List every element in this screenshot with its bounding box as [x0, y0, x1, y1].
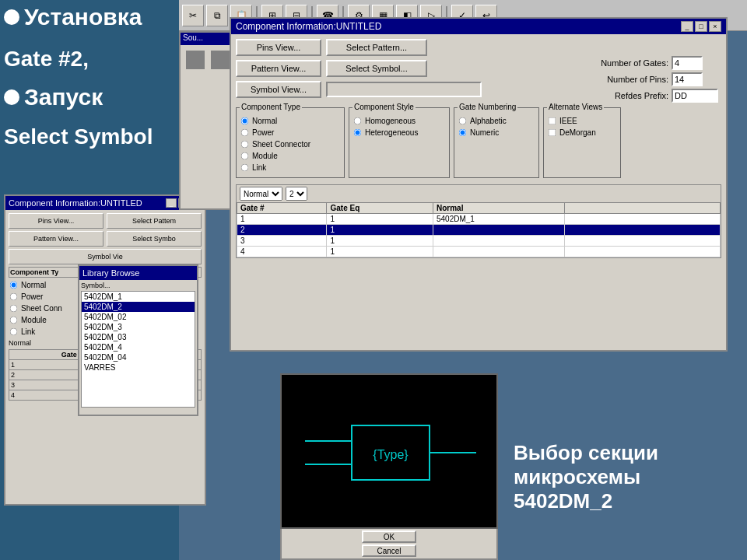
list-item-5402dm02[interactable]: 5402DM_02 — [82, 312, 195, 322]
ct-normal-input[interactable] — [241, 117, 249, 125]
sw-radio-sheet-conn-label: Sheet Conn — [21, 304, 62, 313]
component-style-title: Component Style — [352, 103, 416, 111]
symbol-preview: {Type} — [280, 373, 498, 529]
ct-radio-sheet-connector: Sheet Connector — [240, 139, 341, 149]
field-row-refdes: Refdes Prefix: — [583, 89, 718, 103]
gate-numbering-section: Gate Numbering Alphabetic Numeric — [454, 107, 539, 178]
sw-btn-row-1: Pins View... Select Pattem — [9, 213, 202, 229]
library-browse-titlebar: Library Browse — [79, 266, 197, 280]
av-demorgan: DeMorgan — [547, 128, 617, 138]
gate-table-header: Normal 2 — [237, 185, 721, 202]
annotation-label-zapusk: Запуск — [24, 84, 103, 110]
field-row-pins: Number of Pins: — [583, 72, 718, 86]
table-row: 3 1 — [237, 236, 721, 247]
sw-btn-row-2: Pattern View... Select Symbo — [9, 231, 202, 247]
ct-sheet-connector-input[interactable] — [241, 141, 249, 149]
main-dialog-body: Pins View... Select Pattern... Pattern V… — [231, 34, 726, 263]
pins-label: Number of Pins: — [583, 75, 668, 84]
gate-table-dropdown2[interactable]: 2 — [286, 187, 307, 201]
dialog-minimize-button[interactable]: _ — [681, 21, 693, 32]
component-type-section: Component Type Normal Power Sheet Connec… — [236, 107, 345, 178]
sw-radio-link-input[interactable] — [10, 328, 18, 336]
toolbar-btn-copy[interactable]: ⧉ — [206, 5, 228, 26]
gate-table-header-extra — [565, 203, 721, 214]
pins-input[interactable] — [672, 72, 703, 86]
refdes-input[interactable] — [672, 89, 718, 103]
reference-input[interactable] — [326, 82, 482, 97]
table-row: 4 1 — [237, 247, 721, 257]
ct-link-input[interactable] — [241, 164, 249, 172]
pattern-view-button[interactable]: Pattern View... — [236, 60, 321, 77]
small-window-titlebar: Component Information:UNTITLED _ □ × — [5, 196, 205, 210]
library-browse-window: Library Browse Symbol... 5402DM_1 5402DM… — [78, 264, 198, 416]
annotation-gate: Gate #2, — [4, 47, 89, 72]
sw-pins-view-button[interactable]: Pins View... — [9, 213, 103, 229]
cs-homogeneous-input[interactable] — [354, 117, 362, 125]
sw-select-symbol-button[interactable]: Select Symbo — [107, 231, 202, 247]
component-style-section: Component Style Homogeneous Heterogeneou… — [349, 107, 450, 178]
gate-table: Gate # Gate Eq Normal 1 1 5402DM_1 2 — [237, 202, 721, 257]
dialog-title-buttons: _ □ × — [681, 21, 721, 32]
table-row: 2 1 — [237, 225, 721, 236]
av-demorgan-input[interactable] — [549, 129, 556, 137]
list-item-5402dm4[interactable]: 5402DM_4 — [82, 342, 195, 352]
ct-module-input[interactable] — [241, 152, 249, 160]
ct-radio-module: Module — [240, 151, 341, 161]
ok-cancel-area: OK Cancel — [280, 529, 498, 560]
list-item-varres[interactable]: VARRES — [82, 362, 195, 373]
cs-heterogeneous-input[interactable] — [354, 129, 362, 137]
refdes-label: Refdes Prefix: — [583, 91, 668, 100]
symbol-view-button[interactable]: Symbol View... — [236, 81, 321, 98]
annotation-title1: Установка — [4, 4, 142, 30]
cancel-button[interactable]: Cancel — [362, 544, 416, 557]
gates-input[interactable] — [672, 56, 703, 70]
gate-table-header-eq: Gate Eq — [327, 203, 433, 214]
small-min-button[interactable]: _ — [166, 198, 177, 208]
sw-radio-normal-input[interactable] — [10, 282, 18, 289]
right-annotation-line2: микросхемы — [514, 465, 739, 489]
ct-power-label: Power — [252, 128, 274, 137]
right-annotation: Выбор секции микросхемы 5402DM_2 — [514, 441, 739, 513]
sw-radio-link-label: Link — [21, 327, 35, 336]
main-dialog-titlebar: Component Information:UNTITLED _ □ × — [231, 19, 726, 34]
dialog-maximize-button[interactable]: □ — [695, 21, 707, 32]
sw-symbol-view-button[interactable]: Symbol Vie — [9, 249, 202, 264]
ok-button[interactable]: OK — [362, 530, 416, 543]
select-pattern-button[interactable]: Select Pattern... — [326, 39, 427, 56]
list-item-5402dm2[interactable]: 5402DM_2 — [82, 302, 195, 312]
ct-radio-link: Link — [240, 163, 341, 173]
gn-alphabetic-input[interactable] — [459, 117, 467, 125]
sw-radio-sheet-conn-input[interactable] — [10, 305, 18, 313]
pins-view-button[interactable]: Pins View... — [236, 39, 321, 56]
bg-src-icon-2 — [211, 51, 230, 69]
ct-power-input[interactable] — [241, 129, 249, 137]
sw-select-pattern-button[interactable]: Select Pattem — [107, 213, 202, 229]
table-row: 1 1 5402DM_1 — [237, 214, 721, 225]
list-item-5402dm03[interactable]: 5402DM_03 — [82, 332, 195, 342]
ct-radio-normal: Normal — [240, 116, 341, 126]
sw-pattern-view-button[interactable]: Pattern View... — [9, 231, 103, 247]
sw-radio-power-label: Power — [21, 292, 43, 301]
library-browse-list[interactable]: 5402DM_1 5402DM_2 5402DM_02 5402DM_3 540… — [81, 291, 195, 408]
gate-numbering-title: Gate Numbering — [458, 103, 517, 111]
annotation-select: Select Symbol — [4, 124, 153, 149]
toolbar-btn-scissors[interactable]: ✂ — [182, 5, 204, 26]
dialog-close-button[interactable]: × — [709, 21, 721, 32]
list-item-5402dm1[interactable]: 5402DM_1 — [82, 292, 195, 302]
sw-radio-module-input[interactable] — [10, 317, 18, 324]
gates-label: Number of Gates: — [583, 58, 668, 68]
right-annotation-line1: Выбор секции — [514, 441, 739, 465]
sw-radio-power-input[interactable] — [10, 293, 18, 301]
library-browse-symbol-label: Symbol... — [81, 282, 195, 289]
cs-heterogeneous-label: Heterogeneous — [365, 128, 418, 137]
select-symbol-button[interactable]: Select Symbol... — [326, 60, 427, 77]
gn-numeric-input[interactable] — [459, 129, 467, 137]
symbol-preview-svg: {Type} — [282, 375, 500, 530]
list-item-5402dm04[interactable]: 5402DM_04 — [82, 352, 195, 362]
right-annotation-line3: 5402DM_2 — [514, 489, 739, 513]
ct-module-label: Module — [252, 152, 278, 160]
gate-table-dropdown1[interactable]: Normal — [240, 187, 282, 201]
list-item-5402dm3[interactable]: 5402DM_3 — [82, 322, 195, 332]
av-ieee-input[interactable] — [549, 117, 556, 125]
alternate-views-title: Alternate Views — [547, 103, 604, 111]
